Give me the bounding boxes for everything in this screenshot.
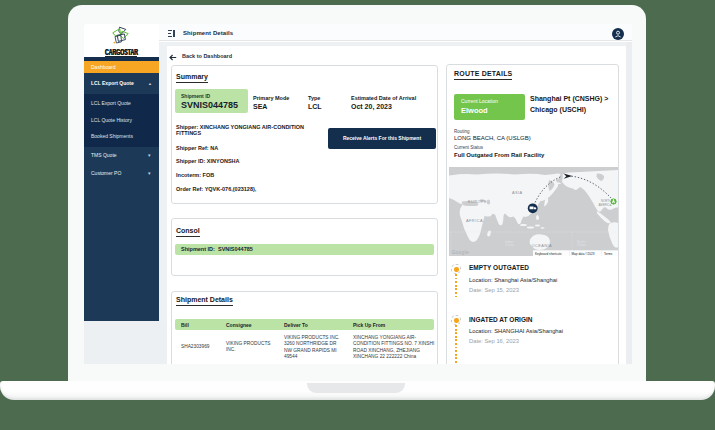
svg-text:Google: Google [452, 250, 470, 255]
svg-text:ASIA: ASIA [512, 190, 523, 195]
svg-text:Ocean: Ocean [505, 243, 514, 247]
svg-text:Ocean: Ocean [577, 243, 586, 247]
svg-text:AFRICA: AFRICA [466, 218, 483, 223]
svg-text:AMERICA: AMERICA [599, 203, 612, 207]
svg-text:OCEANIA: OCEANIA [532, 243, 553, 248]
svg-text:EUROPE: EUROPE [468, 199, 487, 204]
svg-text:Map data ©2023: Map data ©2023 [572, 252, 595, 256]
svg-text:Terms: Terms [604, 252, 613, 256]
svg-text:Keyboard shortcuts: Keyboard shortcuts [535, 252, 562, 256]
